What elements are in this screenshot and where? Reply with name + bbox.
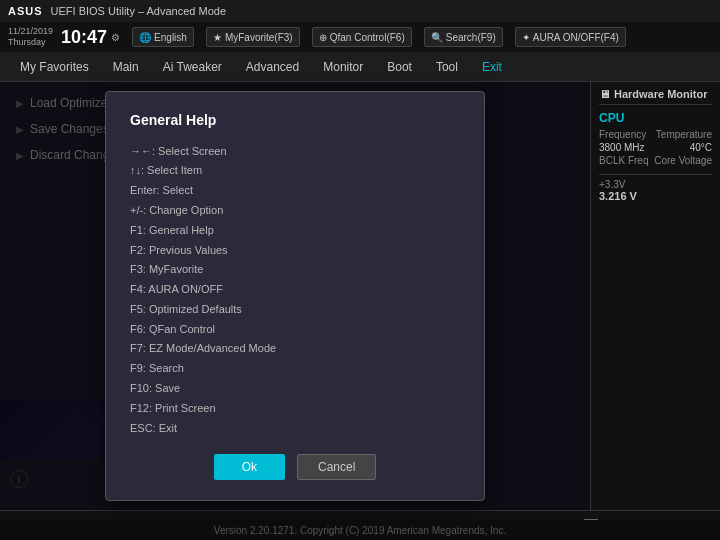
nav-bar: My Favorites Main Ai Tweaker Advanced Mo… [0, 52, 720, 82]
dialog-content: →←: Select Screen ↑↓: Select Item Enter:… [130, 142, 460, 439]
second-bar: 11/21/2019 Thursday 10:47 ⚙ 🌐 English ★ … [0, 22, 720, 52]
left-panel: ▶ Load Optimized Defaults ▶ Save Changes… [0, 82, 590, 510]
help-line-5: F1: General Help [130, 221, 460, 241]
fan-icon: ⊕ [319, 32, 327, 43]
datetime-block: 11/21/2019 Thursday [8, 26, 53, 48]
voltage-value: 3.216 V [599, 190, 712, 202]
qfan-button[interactable]: ⊕ Qfan Control(F6) [312, 27, 412, 47]
cpu-bclk-row: BCLK Freq Core Voltage [599, 155, 712, 166]
nav-exit[interactable]: Exit [470, 52, 514, 82]
version-bar: Version 2.20.1271. Copyright (C) 2019 Am… [0, 520, 720, 540]
cancel-button[interactable]: Cancel [297, 454, 376, 480]
hw-monitor-title: 🖥 Hardware Monitor [599, 88, 712, 105]
monitor-icon: 🖥 [599, 88, 610, 100]
temp-value: 40°C [690, 142, 712, 153]
version-text: Version 2.20.1271. Copyright (C) 2019 Am… [214, 525, 506, 536]
aura-label: AURA ON/OFF(F4) [533, 32, 619, 43]
help-line-3: Enter: Select [130, 181, 460, 201]
voltage-label: +3.3V [599, 179, 712, 190]
dialog-title: General Help [130, 112, 460, 128]
help-line-2: ↑↓: Select Item [130, 161, 460, 181]
nav-aitweaker[interactable]: Ai Tweaker [151, 52, 234, 82]
help-line-9: F5: Optimized Defaults [130, 300, 460, 320]
cpu-header-row: Frequency Temperature [599, 129, 712, 140]
myfavorite-button[interactable]: ★ MyFavorite(F3) [206, 27, 300, 47]
freq-value: 3800 MHz [599, 142, 645, 153]
app-title: UEFI BIOS Utility – Advanced Mode [51, 5, 226, 17]
search-button[interactable]: 🔍 Search(F9) [424, 27, 503, 47]
bclk-label: BCLK Freq [599, 155, 648, 166]
help-line-4: +/-: Change Option [130, 201, 460, 221]
language-button[interactable]: 🌐 English [132, 27, 194, 47]
globe-icon: 🌐 [139, 32, 151, 43]
help-line-10: F6: QFan Control [130, 320, 460, 340]
general-help-dialog: General Help →←: Select Screen ↑↓: Selec… [105, 91, 485, 502]
voltage-section: +3.3V 3.216 V [599, 174, 712, 202]
dialog-buttons: Ok Cancel [130, 454, 460, 480]
nav-tool[interactable]: Tool [424, 52, 470, 82]
day-display: Thursday [8, 37, 53, 48]
cpu-section-title: CPU [599, 111, 712, 125]
ok-button[interactable]: Ok [214, 454, 285, 480]
help-line-1: →←: Select Screen [130, 142, 460, 162]
help-line-13: F10: Save [130, 379, 460, 399]
cpu-values-row: 3800 MHz 40°C [599, 142, 712, 153]
date-display: 11/21/2019 [8, 26, 53, 37]
freq-label: Frequency [599, 129, 646, 140]
help-line-15: ESC: Exit [130, 419, 460, 439]
top-bar: ASUS UEFI BIOS Utility – Advanced Mode [0, 0, 720, 22]
brand-logo: ASUS [8, 5, 43, 17]
settings-icon[interactable]: ⚙ [111, 32, 120, 43]
aura-button[interactable]: ✦ AURA ON/OFF(F4) [515, 27, 626, 47]
help-line-12: F9: Search [130, 359, 460, 379]
help-line-8: F4: AURA ON/OFF [130, 280, 460, 300]
star-icon: ★ [213, 32, 222, 43]
nav-myfavorites[interactable]: My Favorites [8, 52, 101, 82]
temp-label: Temperature [656, 129, 712, 140]
search-icon: 🔍 [431, 32, 443, 43]
help-line-6: F2: Previous Values [130, 241, 460, 261]
language-label: English [154, 32, 187, 43]
nav-monitor[interactable]: Monitor [311, 52, 375, 82]
core-voltage-label: Core Voltage [654, 155, 712, 166]
help-line-14: F12: Print Screen [130, 399, 460, 419]
help-line-11: F7: EZ Mode/Advanced Mode [130, 339, 460, 359]
main-area: ▶ Load Optimized Defaults ▶ Save Changes… [0, 82, 720, 510]
aura-icon: ✦ [522, 32, 530, 43]
nav-boot[interactable]: Boot [375, 52, 424, 82]
myfavorite-label: MyFavorite(F3) [225, 32, 293, 43]
nav-main[interactable]: Main [101, 52, 151, 82]
qfan-label: Qfan Control(F6) [330, 32, 405, 43]
dialog-overlay: General Help →←: Select Screen ↑↓: Selec… [0, 82, 590, 510]
search-label: Search(F9) [446, 32, 496, 43]
help-line-7: F3: MyFavorite [130, 260, 460, 280]
clock-display: 10:47 [61, 28, 107, 46]
hardware-monitor-panel: 🖥 Hardware Monitor CPU Frequency Tempera… [590, 82, 720, 510]
nav-advanced[interactable]: Advanced [234, 52, 311, 82]
